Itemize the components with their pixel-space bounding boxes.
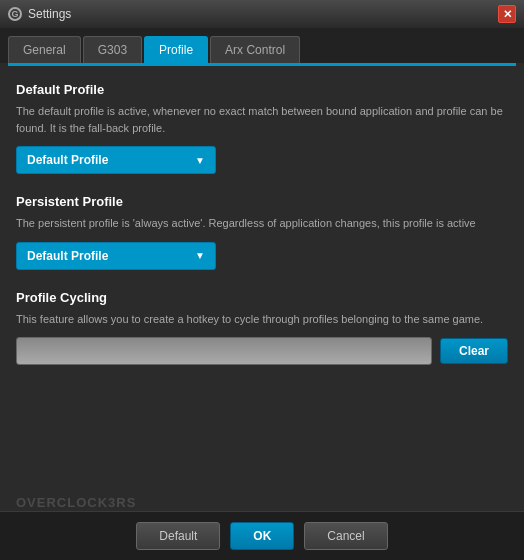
persistent-profile-dropdown-arrow: ▼ [195, 250, 205, 261]
persistent-profile-description: The persistent profile is 'always active… [16, 215, 508, 232]
default-button[interactable]: Default [136, 522, 220, 550]
persistent-profile-title: Persistent Profile [16, 194, 508, 209]
default-profile-dropdown[interactable]: Default Profile ▼ [16, 146, 216, 174]
tab-arx-control[interactable]: Arx Control [210, 36, 300, 63]
ok-button[interactable]: OK [230, 522, 294, 550]
tab-g303[interactable]: G303 [83, 36, 142, 63]
title-bar-text: Settings [28, 7, 492, 21]
persistent-profile-dropdown-value: Default Profile [27, 249, 108, 263]
title-bar: G Settings ✕ [0, 0, 524, 28]
profile-cycling-title: Profile Cycling [16, 290, 508, 305]
profile-cycling-section: Profile Cycling This feature allows you … [16, 290, 508, 366]
tab-bar: General G303 Profile Arx Control [0, 28, 524, 63]
main-content: General G303 Profile Arx Control Default… [0, 28, 524, 511]
watermark: OVERCLOCK3RS [16, 495, 136, 510]
tab-profile[interactable]: Profile [144, 36, 208, 63]
profile-cycling-description: This feature allows you to create a hotk… [16, 311, 508, 328]
default-profile-dropdown-arrow: ▼ [195, 155, 205, 166]
hotkey-input[interactable] [16, 337, 432, 365]
app-icon: G [8, 7, 22, 21]
default-profile-dropdown-value: Default Profile [27, 153, 108, 167]
footer: Default OK Cancel [0, 511, 524, 560]
close-button[interactable]: ✕ [498, 5, 516, 23]
profile-cycling-input-row: Clear [16, 337, 508, 365]
persistent-profile-dropdown[interactable]: Default Profile ▼ [16, 242, 216, 270]
default-profile-title: Default Profile [16, 82, 508, 97]
content-area: Default Profile The default profile is a… [0, 66, 524, 511]
default-profile-description: The default profile is active, whenever … [16, 103, 508, 136]
default-profile-section: Default Profile The default profile is a… [16, 82, 508, 174]
clear-button[interactable]: Clear [440, 338, 508, 364]
tab-general[interactable]: General [8, 36, 81, 63]
cancel-button[interactable]: Cancel [304, 522, 387, 550]
persistent-profile-section: Persistent Profile The persistent profil… [16, 194, 508, 270]
